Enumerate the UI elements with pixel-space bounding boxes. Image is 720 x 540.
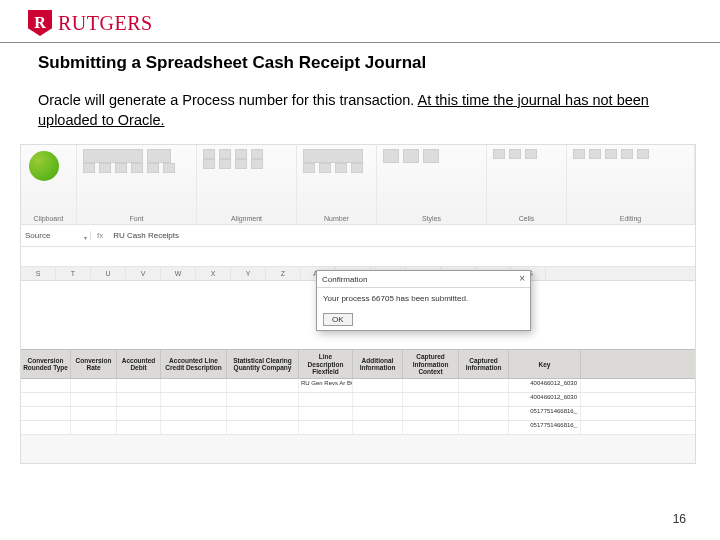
column-header[interactable]: U <box>91 267 126 280</box>
ribbon-label-clipboard: Clipboard <box>27 215 70 222</box>
table-cell[interactable] <box>161 379 227 392</box>
conditional-formatting-button[interactable] <box>383 149 399 163</box>
table-cell[interactable] <box>353 421 403 434</box>
table-cell[interactable]: 0517751466816_ <box>509 407 581 420</box>
table-header-cell: Accounted Line Credit Description <box>161 350 227 378</box>
format-button[interactable] <box>525 149 537 159</box>
clear-button[interactable] <box>605 149 617 159</box>
format-as-table-button[interactable] <box>403 149 419 163</box>
table-cell[interactable] <box>227 407 299 420</box>
table-cell[interactable] <box>117 393 161 406</box>
paste-icon[interactable] <box>29 151 59 181</box>
fill-button[interactable] <box>589 149 601 159</box>
table-cell[interactable] <box>21 407 71 420</box>
journal-table: Conversion Rounded TypeConversion RateAc… <box>21 349 695 435</box>
column-header[interactable]: Y <box>231 267 266 280</box>
table-cell[interactable] <box>459 421 509 434</box>
find-select-button[interactable] <box>637 149 649 159</box>
table-cell[interactable] <box>299 421 353 434</box>
table-cell[interactable]: RU Gen Revs Ar BCH0206.010003 298 <box>299 379 353 392</box>
border-button[interactable] <box>131 163 143 173</box>
merge-button[interactable] <box>251 159 263 169</box>
table-cell[interactable] <box>117 407 161 420</box>
table-cell[interactable] <box>21 379 71 392</box>
column-header[interactable]: Z <box>266 267 301 280</box>
italic-button[interactable] <box>99 163 111 173</box>
rutgers-shield-icon: R <box>28 10 52 36</box>
table-cell[interactable] <box>403 407 459 420</box>
percent-button[interactable] <box>319 163 331 173</box>
close-icon[interactable]: × <box>519 274 525 284</box>
table-cell[interactable] <box>117 421 161 434</box>
formula-value[interactable]: RU Cash Receipts <box>109 231 183 240</box>
font-family-dropdown[interactable] <box>83 149 143 163</box>
table-cell[interactable] <box>21 393 71 406</box>
table-cell[interactable] <box>227 393 299 406</box>
table-cell[interactable] <box>403 393 459 406</box>
name-box[interactable]: Source <box>21 231 91 240</box>
column-header[interactable]: V <box>126 267 161 280</box>
table-header-cell: Key <box>509 350 581 378</box>
table-cell[interactable] <box>353 407 403 420</box>
brand-name: RUTGERS <box>58 12 153 35</box>
table-cell[interactable]: 400466012_6030 <box>509 393 581 406</box>
font-size-dropdown[interactable] <box>147 149 171 163</box>
align-right-button[interactable] <box>235 159 247 169</box>
align-center-button[interactable] <box>219 159 231 169</box>
formula-bar: Source fx RU Cash Receipts <box>21 225 695 247</box>
fill-color-button[interactable] <box>147 163 159 173</box>
wrap-text-button[interactable] <box>251 149 263 159</box>
column-header[interactable]: X <box>196 267 231 280</box>
table-cell[interactable]: 400466012_6030 <box>509 379 581 392</box>
autosum-button[interactable] <box>573 149 585 159</box>
fx-icon[interactable]: fx <box>91 231 109 240</box>
table-header-cell: Line Description Flexfield <box>299 350 353 378</box>
table-cell[interactable] <box>71 379 117 392</box>
delete-button[interactable] <box>509 149 521 159</box>
table-cell[interactable] <box>353 379 403 392</box>
table-cell[interactable]: 0517751466816_ <box>509 421 581 434</box>
cell-styles-button[interactable] <box>423 149 439 163</box>
table-cell[interactable] <box>459 393 509 406</box>
table-cell[interactable] <box>227 421 299 434</box>
table-cell[interactable] <box>161 421 227 434</box>
column-header[interactable]: W <box>161 267 196 280</box>
comma-button[interactable] <box>335 163 347 173</box>
table-cell[interactable] <box>403 379 459 392</box>
table-cell[interactable] <box>459 379 509 392</box>
ribbon-group-clipboard: Clipboard <box>21 145 77 224</box>
currency-button[interactable] <box>303 163 315 173</box>
align-left-button[interactable] <box>203 159 215 169</box>
table-cell[interactable] <box>161 407 227 420</box>
column-header[interactable]: T <box>56 267 91 280</box>
page-number: 16 <box>673 512 686 526</box>
align-bottom-button[interactable] <box>235 149 247 159</box>
table-cell[interactable] <box>21 421 71 434</box>
table-cell[interactable] <box>71 407 117 420</box>
table-cell[interactable] <box>459 407 509 420</box>
ok-button[interactable]: OK <box>323 313 353 326</box>
align-top-button[interactable] <box>203 149 215 159</box>
insert-button[interactable] <box>493 149 505 159</box>
table-cell[interactable] <box>71 421 117 434</box>
table-cell[interactable] <box>117 379 161 392</box>
font-color-button[interactable] <box>163 163 175 173</box>
column-header[interactable]: S <box>21 267 56 280</box>
number-format-dropdown[interactable] <box>303 149 363 163</box>
table-cell[interactable] <box>299 393 353 406</box>
table-cell[interactable] <box>353 393 403 406</box>
sort-filter-button[interactable] <box>621 149 633 159</box>
underline-button[interactable] <box>115 163 127 173</box>
ribbon-label-alignment: Alignment <box>203 215 290 222</box>
ribbon-group-font: Font <box>77 145 197 224</box>
table-cell[interactable] <box>71 393 117 406</box>
table-cell[interactable] <box>403 421 459 434</box>
bold-button[interactable] <box>83 163 95 173</box>
increase-decimal-button[interactable] <box>351 163 363 173</box>
table-cell[interactable] <box>299 407 353 420</box>
table-cell[interactable] <box>161 393 227 406</box>
table-cell[interactable] <box>227 379 299 392</box>
align-middle-button[interactable] <box>219 149 231 159</box>
ribbon-label-font: Font <box>83 215 190 222</box>
ribbon: Clipboard Font Alignment Number Styles <box>21 145 695 225</box>
